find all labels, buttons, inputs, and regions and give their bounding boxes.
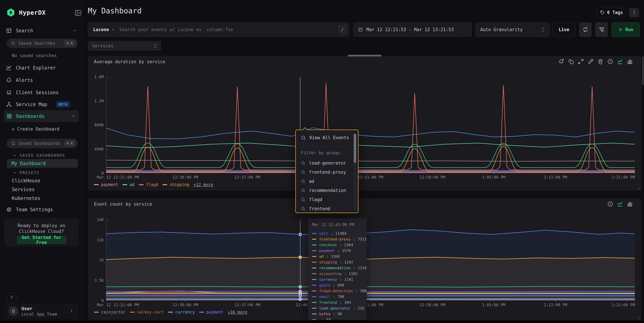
legend-item[interactable]: flagd xyxy=(139,182,158,187)
series-value: 394 xyxy=(340,300,351,304)
series-value: 216 xyxy=(353,306,364,310)
sidebar-item-team-settings[interactable]: Team Settings xyxy=(6,205,77,214)
sidebar-item-dashboards[interactable]: Dashboards xyxy=(4,110,79,122)
search-icon xyxy=(301,197,305,202)
search-input[interactable]: Lucene Search your events w/ Lucene ex. … xyxy=(88,22,349,37)
live-button[interactable]: Live xyxy=(552,22,576,37)
collapse-sidebar-icon[interactable] xyxy=(74,9,82,17)
legend-item[interactable]: cainjector xyxy=(94,310,126,314)
filter-group-item[interactable]: frontend xyxy=(301,204,350,213)
series-value: 7512 xyxy=(353,237,366,241)
sidebar-item-search[interactable]: Search xyxy=(6,26,77,36)
legend-item[interactable]: currency xyxy=(168,310,195,314)
kebab-icon xyxy=(632,10,637,15)
preset-item[interactable]: ClickHouse xyxy=(12,178,40,183)
duplicate-icon[interactable] xyxy=(568,59,574,65)
preset-item[interactable]: Services xyxy=(12,187,35,192)
filter-button[interactable] xyxy=(595,22,608,37)
duration-chart-svg xyxy=(106,77,635,173)
app-logo[interactable]: HyperDX xyxy=(6,8,77,18)
user-menu[interactable]: U User Local App Team xyxy=(5,304,78,318)
series-swatch xyxy=(312,239,316,240)
sidebar-item-chart-explorer[interactable]: Chart Explorer xyxy=(6,63,77,73)
sidebar-item-label: Client Sessions xyxy=(16,90,58,95)
saved-dashboards-input[interactable]: Saved Dashboards ⌘ K xyxy=(7,139,78,148)
x-tick: 12:58:00 PM xyxy=(420,303,445,307)
legend-item[interactable]: ad xyxy=(122,182,134,187)
search-placeholder: Search your events w/ Lucene ex. column:… xyxy=(120,27,233,32)
get-started-button[interactable]: Get Started for Free xyxy=(17,236,66,244)
dashboard-menu-button[interactable] xyxy=(629,8,639,17)
run-label: Run xyxy=(626,27,633,32)
line-chart-icon[interactable] xyxy=(617,59,623,65)
duration-chart-plot[interactable] xyxy=(106,77,635,173)
panel-drag-handle[interactable] xyxy=(348,55,382,57)
presets-section[interactable]: PRESETS xyxy=(13,170,40,175)
select-chevrons-icon xyxy=(541,27,545,33)
tags-button[interactable]: 0 Tags xyxy=(597,8,626,17)
legend-swatch xyxy=(139,184,144,185)
saved-searches-input[interactable]: Saved Searches ⌘ K xyxy=(7,39,78,48)
series-value: 788 xyxy=(356,289,366,293)
bar-chart-icon[interactable] xyxy=(627,201,633,207)
popup-scrollbar[interactable] xyxy=(354,133,356,210)
view-all-events-label: View All Events xyxy=(309,135,349,140)
expand-icon[interactable] xyxy=(578,59,584,65)
app-window: HyperDX Search Saved Searches ⌘ K No sav… xyxy=(0,0,644,323)
line-chart-icon[interactable] xyxy=(617,201,623,207)
filter-group-item[interactable]: ad xyxy=(301,177,350,186)
legend-more-link[interactable]: +16 more xyxy=(228,310,247,314)
play-icon xyxy=(618,27,623,32)
window-scrollbar-thumb[interactable] xyxy=(642,56,644,85)
edit-icon[interactable] xyxy=(588,59,594,65)
alert-bell-plus-icon[interactable] xyxy=(558,59,564,65)
popup-scrollbar-thumb[interactable] xyxy=(354,134,356,163)
x-tick: 12:37:00 PM xyxy=(234,303,260,307)
filter-group-item[interactable]: frontend-proxy xyxy=(301,168,350,177)
legend-more-link[interactable]: +12 more xyxy=(194,182,213,187)
history-icon[interactable] xyxy=(607,201,613,207)
tooltip-row: cart11484 xyxy=(312,230,367,236)
kbd-shortcut: ⌘ K xyxy=(64,40,75,47)
sidebar-item-service-map[interactable]: Service Map BETA xyxy=(6,99,77,109)
legend-item[interactable]: payment xyxy=(199,310,223,314)
series-value: 788 xyxy=(333,294,344,299)
view-all-events-item[interactable]: View All Events xyxy=(301,135,349,140)
series-swatch xyxy=(312,302,316,303)
refresh-button[interactable] xyxy=(579,22,592,37)
user-team: Local App Team xyxy=(22,312,57,316)
panel-resize-handle[interactable] xyxy=(637,315,640,319)
series-swatch xyxy=(312,279,316,280)
legend-item[interactable]: shipping xyxy=(162,182,189,187)
filter-group-item[interactable]: flagd xyxy=(301,195,350,204)
select-chevrons-icon xyxy=(154,43,157,49)
services-filter-select[interactable]: Services xyxy=(88,41,161,51)
filter-group-item[interactable]: recommendation xyxy=(301,186,350,195)
run-button[interactable]: Run xyxy=(612,22,640,37)
event-count-chart-plot[interactable] xyxy=(106,220,635,300)
y-tick: 3.5K xyxy=(91,278,104,282)
help-button[interactable]: ? xyxy=(6,292,17,303)
series-swatch xyxy=(312,256,316,257)
series-name: ad xyxy=(319,254,324,258)
series-swatch xyxy=(312,273,316,274)
tooltip-row: email788 xyxy=(312,294,367,299)
panel-resize-handle[interactable] xyxy=(637,186,640,190)
delete-icon[interactable] xyxy=(597,59,604,65)
filter-group-item[interactable]: load-generator xyxy=(301,158,350,168)
language-select[interactable]: Lucene xyxy=(88,23,120,37)
time-range-picker[interactable]: Mar 12 12:21:53 - Mar 12 13:21:53 xyxy=(353,22,472,37)
preset-item[interactable]: Kubernetes xyxy=(12,195,40,201)
series-value: 848 xyxy=(333,283,344,287)
sidebar-item-alerts[interactable]: Alerts xyxy=(6,75,77,85)
create-dashboard-button[interactable]: + Create Dashboard xyxy=(12,127,60,132)
bar-chart-icon[interactable] xyxy=(627,59,633,65)
sidebar-item-client-sessions[interactable]: Client Sessions xyxy=(6,88,77,97)
sidebar-item-my-dashboard[interactable]: My Dashboard xyxy=(7,159,78,168)
history-icon[interactable] xyxy=(607,59,613,65)
legend-item[interactable]: valkey-cart xyxy=(130,310,164,314)
granularity-select[interactable]: Auto Granularity xyxy=(476,22,550,37)
saved-dashboards-section[interactable]: SAVED DASHBOARDS xyxy=(13,153,65,158)
legend-item[interactable]: payment xyxy=(94,182,118,187)
legend-swatch xyxy=(168,312,173,313)
